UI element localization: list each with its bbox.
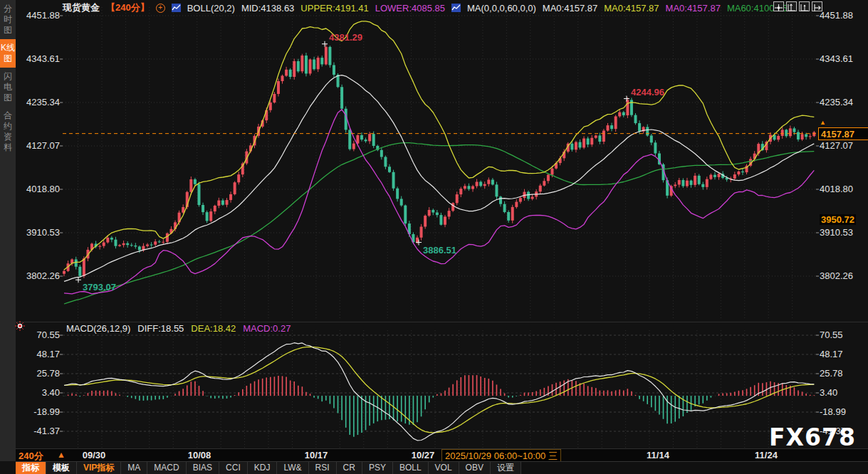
price-tick-label: 4127.07 bbox=[820, 140, 853, 151]
price-tick-label: 4018.80 bbox=[820, 184, 853, 194]
toolbar-button-PSY[interactable]: PSY bbox=[362, 462, 393, 474]
price-tick-label: 4451.88 bbox=[20, 10, 60, 21]
macd-tick-label: 48.17 bbox=[820, 349, 843, 359]
price-tick-label: 4235.34 bbox=[20, 97, 60, 107]
macd-params-label: MACD(26,12,9) bbox=[66, 323, 130, 334]
price-tick-label: 4235.34 bbox=[820, 97, 853, 107]
boll-label: BOLL(20,2) bbox=[187, 3, 235, 14]
date-label: 10/08 bbox=[188, 450, 211, 460]
macd-header: MACD(26,12,9) DIFF:18.55 DEA:18.42 MACD:… bbox=[66, 323, 291, 334]
macd-diff-value: DIFF:18.55 bbox=[137, 323, 184, 334]
ma-params-label: MA(0,0,0,60,0,0) bbox=[467, 3, 536, 14]
panel-divider bbox=[16, 322, 868, 322]
pan-right-icon[interactable] bbox=[812, 1, 822, 11]
toolbar-button-MACD[interactable]: MACD bbox=[147, 462, 186, 474]
price-tick-label: 4343.61 bbox=[20, 53, 60, 64]
low-price-marker: 3886.51 bbox=[423, 245, 456, 256]
symbol-name: 现货黄金 bbox=[63, 1, 100, 14]
axis-zoom-icon[interactable] bbox=[799, 1, 810, 11]
macd-tick-label: 25.78 bbox=[20, 368, 60, 379]
toolbar-button-BIAS[interactable]: BIAS bbox=[187, 462, 219, 474]
trading-app-window: 分时图K线图闪电图合约资料 现货黄金 【240分】 + BOLL(20,2) M… bbox=[0, 0, 868, 474]
timeframe-arrow-icon[interactable]: ▲ bbox=[57, 450, 66, 460]
sidebar-item-分时图[interactable]: 分时图 bbox=[0, 0, 16, 39]
macd-dea-value: DEA:18.42 bbox=[191, 323, 236, 334]
toolbar-button-VOL[interactable]: VOL bbox=[429, 462, 459, 474]
toolbar-button-BOLL[interactable]: BOLL bbox=[393, 462, 429, 474]
toolbar-button-VIP指标[interactable]: VIP指标 bbox=[77, 462, 121, 474]
chart-tools bbox=[773, 1, 822, 11]
chart-canvas[interactable] bbox=[0, 0, 868, 474]
price-tick-label: 3802.26 bbox=[20, 270, 60, 281]
macd-tick-label: 70.55 bbox=[20, 330, 60, 340]
price-tick-label: 3910.53 bbox=[20, 227, 60, 238]
toolbar-button-MA[interactable]: MA bbox=[121, 462, 147, 474]
macd-tick-label: 48.17 bbox=[20, 349, 60, 359]
toolbar-button-RSI[interactable]: RSI bbox=[309, 462, 337, 474]
toolbar-button-模板[interactable]: 模板 bbox=[46, 462, 77, 474]
toolbar-button-LW&[interactable]: LW& bbox=[277, 462, 308, 474]
ma0-yellow-value: MA0:4157.87 bbox=[604, 3, 659, 14]
low-price-marker: 3793.07 bbox=[83, 282, 116, 293]
price-alert-icon: ▲ bbox=[820, 119, 826, 126]
indicator-chart-icon[interactable] bbox=[172, 4, 181, 12]
ma0-white-value: MA0:4157.87 bbox=[543, 3, 597, 14]
boll-mid-value: MID:4138.63 bbox=[241, 3, 294, 14]
reference-price-label: 3950.72 bbox=[820, 214, 856, 225]
price-tick-label: 3802.26 bbox=[820, 270, 853, 281]
sidebar-item-K线图[interactable]: K线图 bbox=[0, 39, 16, 68]
toolbar-button-指标[interactable]: 指标 bbox=[16, 462, 46, 474]
period-label: 【240分】 bbox=[106, 1, 150, 14]
indicator-toolbar: 指标模板VIP指标MAMACDBIASCCIKDJLW&RSICRPSYBOLL… bbox=[16, 461, 868, 474]
boll-lower-value: LOWER:4085.85 bbox=[375, 3, 445, 14]
ma0-magenta-value: MA0:4157.87 bbox=[666, 3, 721, 14]
add-indicator-icon[interactable]: + bbox=[156, 4, 165, 13]
high-price-marker: 4381.29 bbox=[329, 32, 362, 43]
time-axis-row: 240分 ▲ 2025/10/29 06:00~10:00 三 09/3010/… bbox=[16, 449, 868, 461]
move-icon[interactable] bbox=[773, 1, 784, 11]
chart-header: 现货黄金 【240分】 + BOLL(20,2) MID:4138.63 UPP… bbox=[63, 1, 787, 14]
watermark: FX678 bbox=[769, 423, 856, 451]
toolbar-button-CCI[interactable]: CCI bbox=[219, 462, 248, 474]
boll-upper-value: UPPER:4191.41 bbox=[300, 3, 368, 14]
macd-tick-label: 3.40 bbox=[20, 387, 60, 398]
toolbar-button-设置[interactable]: 设置 bbox=[491, 462, 521, 474]
sidebar-item-闪电图[interactable]: 闪电图 bbox=[0, 68, 16, 107]
axis-scale-icon[interactable] bbox=[786, 1, 797, 11]
macd-tick-label: -18.99 bbox=[820, 406, 846, 417]
date-label: 11/24 bbox=[755, 450, 778, 460]
macd-tick-label: 3.40 bbox=[820, 387, 837, 398]
toolbar-button-KDJ[interactable]: KDJ bbox=[248, 462, 278, 474]
date-label: 10/17 bbox=[305, 450, 328, 460]
price-tick-label: 4451.88 bbox=[820, 10, 853, 21]
current-price-badge: 4157.87 bbox=[818, 127, 868, 140]
macd-tick-label: -18.99 bbox=[20, 406, 60, 417]
date-label: 11/14 bbox=[647, 450, 669, 460]
high-price-marker: 4244.96 bbox=[631, 87, 664, 98]
price-tick-label: 3910.53 bbox=[820, 227, 853, 238]
indicator-chart-icon[interactable] bbox=[451, 4, 461, 12]
date-label: 10/27 bbox=[412, 450, 435, 460]
sidebar-item-合约资料[interactable]: 合约资料 bbox=[0, 107, 16, 157]
toolbar-button-OBV[interactable]: OBV bbox=[459, 462, 491, 474]
price-tick-label: 4018.80 bbox=[20, 184, 60, 194]
macd-tick-label: 70.55 bbox=[820, 330, 843, 340]
date-label: 09/30 bbox=[83, 450, 106, 460]
toolbar-button-CR[interactable]: CR bbox=[337, 462, 362, 474]
macd-tick-label: -41.37 bbox=[20, 426, 60, 436]
macd-macd-value: MACD:0.27 bbox=[243, 323, 291, 334]
sidebar: 分时图K线图闪电图合约资料 bbox=[0, 0, 16, 461]
price-tick-label: 4343.61 bbox=[820, 53, 853, 64]
macd-tick-label: 25.78 bbox=[820, 368, 843, 379]
price-tick-label: 4127.07 bbox=[20, 140, 60, 151]
live-pulse-icon bbox=[15, 321, 25, 331]
